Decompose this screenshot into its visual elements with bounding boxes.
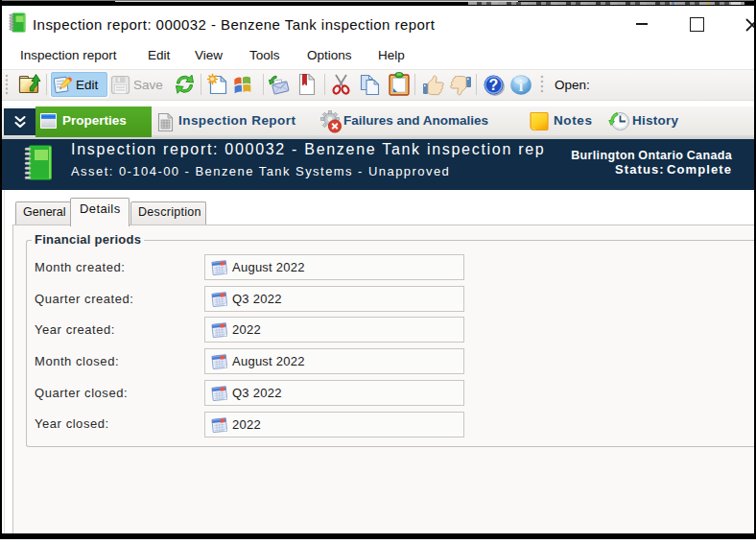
svg-text:?: ? <box>489 77 499 93</box>
svg-text:i: i <box>519 78 524 94</box>
